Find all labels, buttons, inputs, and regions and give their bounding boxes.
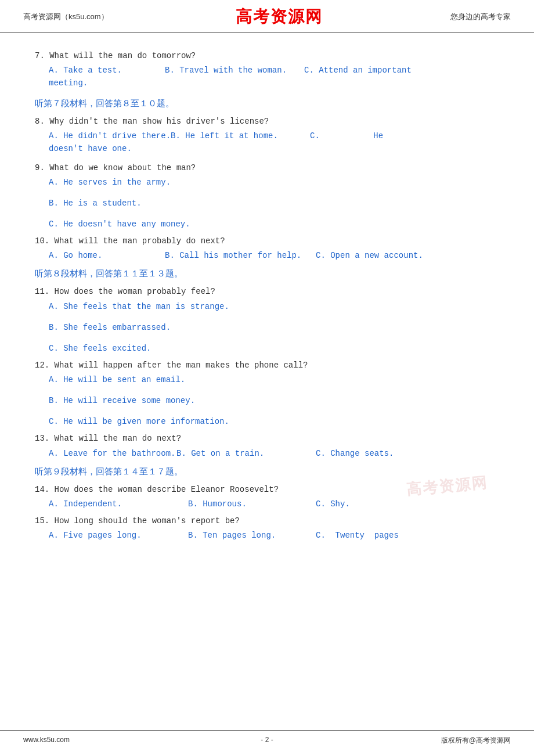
q12-option-c: C. He will be given more information. <box>49 417 499 426</box>
header-right: 您身边的高考专家 <box>450 12 511 22</box>
q7-option-a: A. Take a test. <box>49 66 165 75</box>
question-13: 13. What will the man do next? <box>35 432 499 445</box>
header-center: 高考资源网 <box>236 6 323 28</box>
q14-option-c: C. Shy. <box>316 499 350 509</box>
q8-option-b: B. He left it at home. <box>171 131 310 141</box>
q14-options: A. Independent. B. Humorous. C. Shy. <box>49 499 499 509</box>
section-header-9: 听第８段材料，回答第１１至１３题。 <box>35 268 499 279</box>
q13-option-b: B. Get on a train. <box>176 449 316 458</box>
q14-option-a: A. Independent. <box>49 499 188 509</box>
q13-option-a: A. Leave for the bathroom. <box>49 449 176 458</box>
footer-left: www.ks5u.com <box>23 736 70 746</box>
footer-right: 版权所有@高考资源网 <box>441 736 511 746</box>
question-14: 14. How does the woman describe Eleanor … <box>35 483 499 496</box>
q15-option-c: C. Twenty pages <box>316 531 399 540</box>
section-header-8: 听第７段材料，回答第８至１０题。 <box>35 98 499 109</box>
q7-option-b: B. Travel with the woman. <box>165 66 304 75</box>
q10-option-b: B. Call his mother for help. <box>165 251 316 260</box>
q10-option-a: A. Go home. <box>49 251 165 260</box>
q11-options: A. She feels that the man is strange. B.… <box>49 302 499 353</box>
q8-continued: doesn't have one. <box>49 142 499 155</box>
question-8: 8. Why didn't the man show his driver's … <box>35 115 499 128</box>
page-header: 高考资源网（ks5u.com） 高考资源网 您身边的高考专家 <box>0 0 534 33</box>
question-15: 15. How long should the woman's report b… <box>35 514 499 527</box>
q14-option-b: B. Humorous. <box>188 499 316 509</box>
q13-options: A. Leave for the bathroom. B. Get on a t… <box>49 449 499 458</box>
q11-option-b: B. She feels embarrassed. <box>49 323 499 332</box>
q11-option-a: A. She feels that the man is strange. <box>49 302 499 311</box>
q7-options: A. Take a test. B. Travel with the woman… <box>49 66 499 75</box>
question-11: 11. How does the woman probably feel? <box>35 285 499 298</box>
q8-option-c: C. He <box>310 131 383 141</box>
main-content: 7. What will the man do tomorrow? A. Tak… <box>0 33 534 588</box>
q12-options: A. He will be sent an email. B. He will … <box>49 375 499 426</box>
q9-option-b: B. He is a student. <box>49 199 499 208</box>
page-footer: www.ks5u.com - 2 - 版权所有@高考资源网 <box>0 730 534 746</box>
q8-options: A. He didn't drive there. B. He left it … <box>49 131 499 141</box>
q12-option-a: A. He will be sent an email. <box>49 375 499 384</box>
q7-option-c: C. Attend an important <box>304 66 412 75</box>
q9-option-a: A. He serves in the army. <box>49 178 499 187</box>
q10-options: A. Go home. B. Call his mother for help.… <box>49 251 499 260</box>
header-left: 高考资源网（ks5u.com） <box>23 12 109 22</box>
footer-center: - 2 - <box>261 736 273 744</box>
q15-options: A. Five pages long. B. Ten pages long. C… <box>49 531 499 540</box>
question-9: 9. What do we know about the man? <box>35 161 499 174</box>
q7-continued: meeting. <box>49 77 499 89</box>
q9-options: A. He serves in the army. B. He is a stu… <box>49 178 499 229</box>
question-12: 12. What will happen after the man makes… <box>35 359 499 372</box>
question-10: 10. What will the man probably do next? <box>35 235 499 247</box>
q10-option-c: C. Open a new account. <box>316 251 423 260</box>
question-7: 7. What will the man do tomorrow? <box>35 49 499 62</box>
q8-option-a: A. He didn't drive there. <box>49 131 171 141</box>
q12-option-b: B. He will receive some money. <box>49 396 499 405</box>
q15-option-a: A. Five pages long. <box>49 531 188 540</box>
q13-option-c: C. Change seats. <box>316 449 394 458</box>
q15-option-b: B. Ten pages long. <box>188 531 316 540</box>
q11-option-c: C. She feels excited. <box>49 344 499 353</box>
section-header-10: 听第９段材料，回答第１４至１７题。 <box>35 466 499 477</box>
q9-option-c: C. He doesn't have any money. <box>49 219 499 229</box>
